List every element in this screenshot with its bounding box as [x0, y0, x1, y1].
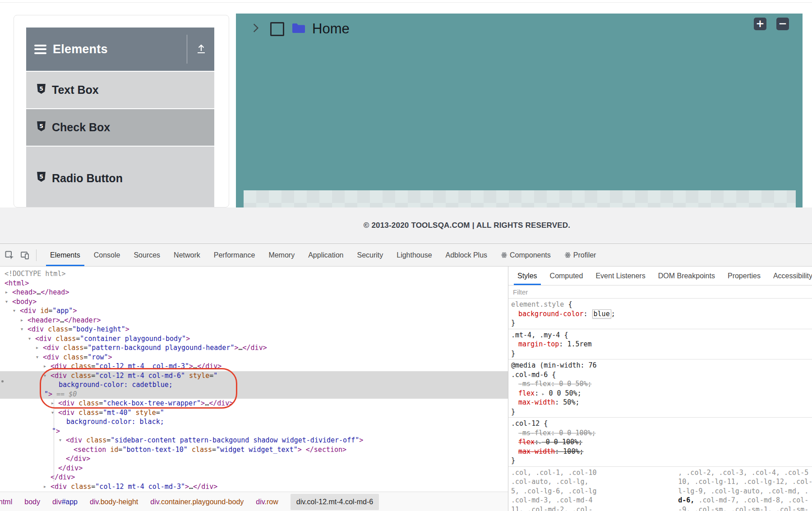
dom-tree-line[interactable]: ▾<div class="body-height"> — [0, 325, 508, 334]
dom-tree-line[interactable]: ▾<div class="row"> — [0, 353, 508, 362]
expand-arrow-icon[interactable]: ▸ — [5, 288, 12, 297]
tab-elements[interactable]: Elements — [43, 244, 87, 266]
tab-memory[interactable]: Memory — [262, 244, 301, 266]
tab-components[interactable]: Components — [494, 244, 558, 266]
css-line[interactable]: -ms-flex: 0 0 50%; — [508, 379, 812, 389]
sidebar-tab-dom-breakpoints[interactable]: DOM Breakpoints — [652, 267, 721, 285]
breadcrumb-item[interactable]: div#app — [52, 498, 78, 506]
dom-tree-line[interactable]: ▸<div class="pattern-backgound playgound… — [0, 343, 508, 353]
css-line[interactable]: .col-md-6 { — [508, 370, 812, 380]
css-line[interactable]: .col, .col-1, .col-10 , .col-2, .col-3, … — [508, 468, 812, 478]
dom-tree-line[interactable]: ▾<body> — [0, 297, 508, 307]
dom-tree-line[interactable]: ▸<div class="check-box-tree-wrapper">…</… — [0, 399, 508, 408]
dom-tree-line[interactable]: </div> — [0, 473, 508, 482]
node-label[interactable]: Home — [312, 21, 350, 37]
sidebar-item-check-box[interactable]: 5 Check Box — [26, 109, 214, 146]
sidebar-tab-styles[interactable]: Styles — [511, 267, 544, 285]
breadcrumb-item[interactable]: div.row — [256, 498, 278, 506]
expand-arrow-icon[interactable]: ▾ — [44, 371, 50, 381]
dom-tree-line[interactable]: ▾<div class="container playgound-body"> — [0, 334, 508, 344]
upload-icon[interactable] — [195, 43, 207, 56]
breadcrumb-item[interactable]: div.container.playgound-body — [150, 498, 244, 506]
css-line[interactable]: flex: ▸ 0 0 50%; — [508, 389, 812, 398]
dom-tree-line[interactable]: </div> — [0, 464, 508, 473]
breadcrumb-item[interactable]: div.col-12.mt-4.col-md-6 — [291, 494, 379, 510]
expand-arrow-icon[interactable]: ▸ — [36, 343, 42, 353]
inspect-element-icon[interactable] — [5, 250, 15, 261]
expand-arrow-icon[interactable]: ▸ — [44, 482, 50, 492]
sidebar-tab-event-listeners[interactable]: Event Listeners — [589, 267, 651, 285]
css-value-editor[interactable]: blue — [592, 309, 611, 318]
sidebar-tab-accessibility[interactable]: Accessibility — [767, 267, 812, 285]
device-toolbar-icon[interactable] — [20, 250, 31, 261]
css-line[interactable]: } — [508, 456, 812, 465]
expand-chevron-icon[interactable] — [252, 23, 259, 35]
tab-performance[interactable]: Performance — [207, 244, 262, 266]
css-line[interactable]: } — [508, 407, 812, 417]
css-line[interactable]: -ms-flex: 0 0 100%; — [508, 428, 812, 438]
expand-arrow-icon[interactable]: ▸ — [21, 316, 27, 325]
expand-arrow-icon[interactable]: ▾ — [59, 436, 65, 445]
css-line[interactable]: @media (min-width: 76 — [508, 361, 812, 370]
css-line[interactable]: .col-auto, .col-lg, 10, .col-lg-11, .col… — [508, 477, 812, 487]
tab-adblock-plus[interactable]: Adblock Plus — [439, 244, 494, 266]
dom-tree-line[interactable]: ▸<div class="col-12 mt-4 col-md-3">…</di… — [0, 362, 508, 371]
tab-security[interactable]: Security — [350, 244, 390, 266]
expand-arrow-icon[interactable]: ▾ — [28, 334, 35, 344]
expand-arrow-icon[interactable]: ▾ — [51, 408, 58, 418]
tab-profiler[interactable]: Profiler — [558, 244, 603, 266]
dom-tree-line[interactable]: ▸<header>…</header> — [0, 316, 508, 325]
dom-tree-line[interactable]: background-color: cadetblue; — [0, 380, 508, 390]
expand-arrow-icon[interactable]: ▾ — [21, 325, 27, 334]
expand-arrow-icon[interactable]: ▸ — [44, 362, 50, 371]
css-line[interactable]: max-width: 50%; — [508, 398, 812, 407]
dom-tree-line[interactable]: background-color: black; — [0, 417, 508, 427]
tab-console[interactable]: Console — [87, 244, 127, 266]
dom-tree-line[interactable]: ▸<div class="col-12 mt-4 col-md-3">…</di… — [0, 482, 508, 492]
dom-tree-pane[interactable]: <!DOCTYPE html><html>▸<head>…</head>▾<bo… — [0, 267, 508, 492]
dom-tree-line[interactable]: ▾<div id="app"> — [0, 306, 508, 316]
css-line[interactable]: element.style { — [508, 300, 812, 309]
breadcrumb-item[interactable]: body — [24, 498, 40, 506]
expand-arrow-icon[interactable]: ▾ — [5, 297, 12, 307]
expand-arrow-icon[interactable]: ▾ — [36, 353, 42, 362]
dom-tree-line[interactable]: ▾<div class="mt-40" style=" — [0, 408, 508, 418]
accordion-header[interactable]: Elements — [26, 28, 214, 71]
css-line[interactable]: max-width: 100%; — [508, 447, 812, 456]
tab-network[interactable]: Network — [167, 244, 207, 266]
dom-tree-line[interactable]: ▸<head>…</head> — [0, 288, 508, 297]
sidebar-tab-computed[interactable]: Computed — [544, 267, 590, 285]
dom-tree-line[interactable]: "> == $0 — [0, 390, 508, 399]
tab-sources[interactable]: Sources — [127, 244, 167, 266]
dom-tree-line[interactable]: "> — [0, 427, 508, 436]
collapse-all-button[interactable]: − — [776, 18, 789, 30]
dom-tree-line[interactable]: </div> — [0, 454, 508, 464]
dom-tree-line[interactable]: ▾<div class="sidebar-content pattern-bac… — [0, 436, 508, 445]
css-line[interactable]: } — [508, 318, 812, 328]
breadcrumb-item[interactable]: div.body-height — [90, 498, 138, 506]
dom-tree-line[interactable]: <!DOCTYPE html> — [0, 269, 508, 279]
dom-tree-line[interactable]: ▾<div class="col-12 mt-4 col-md-6" style… — [0, 371, 508, 381]
tab-lighthouse[interactable]: Lighthouse — [390, 244, 438, 266]
breadcrumb-item[interactable]: html — [0, 498, 12, 506]
css-line[interactable]: .mt-4, .my-4 { — [508, 331, 812, 340]
sidebar-tab-properties[interactable]: Properties — [721, 267, 767, 285]
expand-arrow-icon[interactable]: ▸ — [51, 399, 58, 408]
css-line[interactable]: .col-md-3, .col-md-4 d-6, .col-md-7, .co… — [508, 496, 812, 505]
styles-filter-input[interactable] — [508, 288, 812, 296]
css-line[interactable]: flex:▸ 0 0 100%; — [508, 437, 812, 447]
home-checkbox[interactable] — [270, 22, 284, 36]
expand-all-button[interactable]: + — [754, 18, 766, 30]
dom-tree-line[interactable]: <html> — [0, 279, 508, 288]
css-line[interactable]: 5, .col-lg-6, .col-lg l-lg-9, .col-lg-au… — [508, 487, 812, 496]
css-line[interactable]: background-color: blue; — [508, 309, 812, 319]
css-line[interactable]: .col-12 { — [508, 419, 812, 428]
dom-tree-line[interactable]: <section id="botton-text-10" class="widg… — [0, 445, 508, 455]
sidebar-item-text-box[interactable]: 5 Text Box — [26, 72, 214, 108]
sidebar-item-radio-button[interactable]: 5 Radio Button — [26, 147, 214, 207]
expand-arrow-icon[interactable]: ▾ — [13, 306, 19, 316]
tab-application[interactable]: Application — [301, 244, 350, 266]
css-line[interactable]: } — [508, 349, 812, 359]
css-line[interactable]: 11, .col-md-2, .col- -9, .col-sm, .col-s… — [508, 505, 812, 511]
css-line[interactable]: margin-top: 1.5rem — [508, 340, 812, 349]
